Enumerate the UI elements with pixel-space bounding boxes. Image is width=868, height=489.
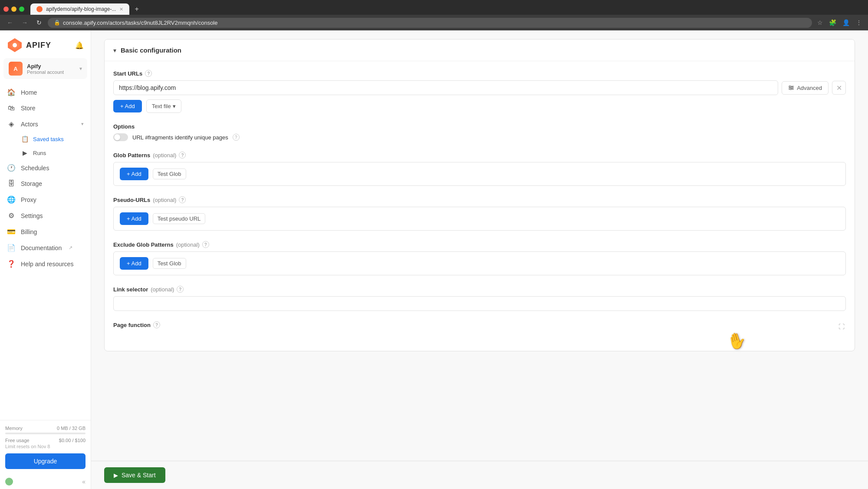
sidebar-item-storage[interactable]: 🗄 Storage [0, 176, 91, 192]
back-button[interactable]: ← [4, 18, 16, 27]
glob-patterns-label: Glob Patterns (optional) ? [113, 152, 846, 159]
sidebar-item-runs[interactable]: ▶ Runs [0, 146, 91, 160]
exclude-glob-box: + Add Test Glob [113, 251, 846, 275]
avatar-initials: A [13, 66, 17, 72]
pseudo-urls-label: Pseudo-URLs (optional) ? [113, 196, 846, 203]
config-collapse-icon[interactable]: ▾ [113, 47, 116, 54]
sidebar-item-documentation[interactable]: 📄 Documentation ↗ [0, 240, 91, 256]
forward-button[interactable]: → [19, 18, 30, 27]
add-glob-button[interactable]: + Add [120, 168, 148, 180]
exclude-glob-section: Exclude Glob Patterns (optional) ? + Add… [113, 241, 846, 275]
text-file-button[interactable]: Text file ▾ [146, 99, 181, 113]
add-pseudo-url-button[interactable]: + Add [120, 212, 148, 225]
config-title: Basic configuration [121, 46, 181, 54]
tab-close-btn[interactable]: ✕ [119, 7, 123, 12]
user-section[interactable]: A Apify Personal account ▾ [3, 58, 87, 79]
svg-point-6 [789, 86, 791, 87]
sidebar-item-proxy[interactable]: 🌐 Proxy [0, 192, 91, 208]
upgrade-button[interactable]: Upgrade [5, 453, 85, 469]
saved-tasks-icon: 📋 [21, 135, 29, 142]
exclude-glob-label: Exclude Glob Patterns (optional) ? [113, 241, 846, 248]
nav-actions: ☆ 🧩 👤 ⋮ [815, 18, 864, 27]
store-icon: 🛍 [7, 104, 16, 112]
advanced-button[interactable]: Advanced [782, 81, 829, 95]
settings-icon: ⚙ [7, 211, 16, 220]
sidebar-collapse-button[interactable]: « [82, 478, 85, 485]
minimize-traffic-light[interactable] [11, 7, 16, 12]
schedules-icon: 🕐 [7, 164, 16, 172]
avatar: A [9, 62, 23, 76]
link-selector-input[interactable] [113, 296, 846, 311]
active-tab[interactable]: apifydemo/apify-blog-image-... ✕ [30, 3, 129, 15]
browser-tabs: apifydemo/apify-blog-image-... ✕ + [0, 0, 868, 15]
address-bar[interactable]: 🔒 console.apify.com/actors/tasks/c9nut8J… [48, 18, 812, 28]
reload-button[interactable]: ↻ [34, 18, 44, 27]
user-chevron-icon: ▾ [79, 66, 82, 72]
url-remove-button[interactable]: ✕ [832, 81, 846, 95]
notification-bell-icon[interactable]: 🔔 [75, 41, 84, 50]
external-link-icon: ↗ [69, 245, 72, 251]
sidebar-item-label-actors: Actors [21, 121, 38, 128]
link-selector-label: Link selector (optional) ? [113, 286, 846, 293]
sidebar-item-label-saved-tasks: Saved tasks [33, 136, 64, 142]
close-traffic-light[interactable] [3, 7, 9, 12]
toggle-label: URL #fragments identify unique pages [132, 134, 228, 141]
start-urls-help-icon[interactable]: ? [145, 70, 152, 77]
sidebar-item-billing[interactable]: 💳 Billing [0, 224, 91, 240]
maximize-traffic-light[interactable] [19, 7, 24, 12]
glob-patterns-help-icon[interactable]: ? [179, 152, 186, 159]
tab-favicon [36, 6, 43, 12]
pseudo-urls-box: + Add Test pseudo URL [113, 207, 846, 231]
sidebar-item-label-settings: Settings [21, 212, 43, 219]
memory-label: Memory 0 MB / 32 GB [5, 426, 85, 431]
page-function-help-icon[interactable]: ? [153, 321, 160, 328]
sidebar-item-settings[interactable]: ⚙ Settings [0, 208, 91, 224]
bottom-bar: ▶ Save & Start [91, 461, 868, 489]
runs-icon: ▶ [21, 149, 29, 156]
glob-patterns-section: Glob Patterns (optional) ? + Add Test Gl… [113, 152, 846, 186]
add-exclude-glob-button[interactable]: + Add [120, 257, 148, 270]
actors-icon: ◈ [7, 120, 16, 128]
menu-icon[interactable]: ⋮ [854, 18, 864, 27]
bookmark-icon[interactable]: ☆ [815, 18, 825, 27]
user-type: Personal account [27, 69, 75, 75]
sidebar-item-label-documentation: Documentation [21, 244, 62, 251]
page-function-expand-icon[interactable]: ⛶ [837, 322, 846, 331]
proxy-icon: 🌐 [7, 195, 16, 204]
pseudo-urls-help-icon[interactable]: ? [179, 196, 186, 203]
apify-logo-text: APIFY [26, 41, 51, 50]
sidebar-bottom: Memory 0 MB / 32 GB Free usage $0.00 / $… [0, 420, 91, 474]
memory-section: Memory 0 MB / 32 GB [5, 426, 85, 434]
help-icon: ❓ [7, 260, 16, 268]
sidebar-item-help[interactable]: ❓ Help and resources [0, 256, 91, 272]
sidebar: APIFY 🔔 A Apify Personal account ▾ 🏠 Hom… [0, 30, 91, 489]
extension-icon[interactable]: 🧩 [827, 18, 838, 27]
user-profile-icon[interactable]: 👤 [841, 18, 852, 27]
start-urls-label: Start URLs ? [113, 70, 846, 77]
tab-label: apifydemo/apify-blog-image-... [46, 6, 116, 12]
test-glob-button[interactable]: Test Glob [153, 169, 186, 179]
sidebar-item-schedules[interactable]: 🕐 Schedules [0, 160, 91, 176]
user-name: Apify [27, 63, 75, 69]
start-url-input[interactable] [113, 80, 778, 95]
exclude-glob-help-icon[interactable]: ? [202, 241, 209, 248]
test-exclude-glob-button[interactable]: Test Glob [153, 258, 186, 269]
exclude-glob-add-row: + Add Test Glob [120, 257, 839, 270]
save-start-button[interactable]: ▶ Save & Start [104, 467, 165, 483]
url-fragments-toggle[interactable] [113, 133, 128, 141]
add-url-button[interactable]: + Add [113, 100, 142, 112]
sidebar-item-label-storage: Storage [21, 180, 42, 187]
sidebar-item-actors[interactable]: ◈ Actors ▾ [0, 116, 91, 132]
sidebar-item-label-help: Help and resources [21, 261, 73, 268]
sidebar-item-saved-tasks[interactable]: 📋 Saved tasks [0, 132, 91, 146]
pseudo-urls-section: Pseudo-URLs (optional) ? + Add Test pseu… [113, 196, 846, 231]
user-info: Apify Personal account [27, 63, 75, 75]
glob-patterns-add-row: + Add Test Glob [120, 168, 839, 180]
new-tab-button[interactable]: + [131, 3, 142, 15]
test-pseudo-url-button[interactable]: Test pseudo URL [153, 213, 206, 224]
link-selector-help-icon[interactable]: ? [177, 286, 184, 293]
sidebar-item-label-runs: Runs [33, 150, 46, 156]
sidebar-item-store[interactable]: 🛍 Store [0, 100, 91, 116]
toggle-help-icon[interactable]: ? [233, 134, 240, 141]
sidebar-item-home[interactable]: 🏠 Home [0, 84, 91, 100]
